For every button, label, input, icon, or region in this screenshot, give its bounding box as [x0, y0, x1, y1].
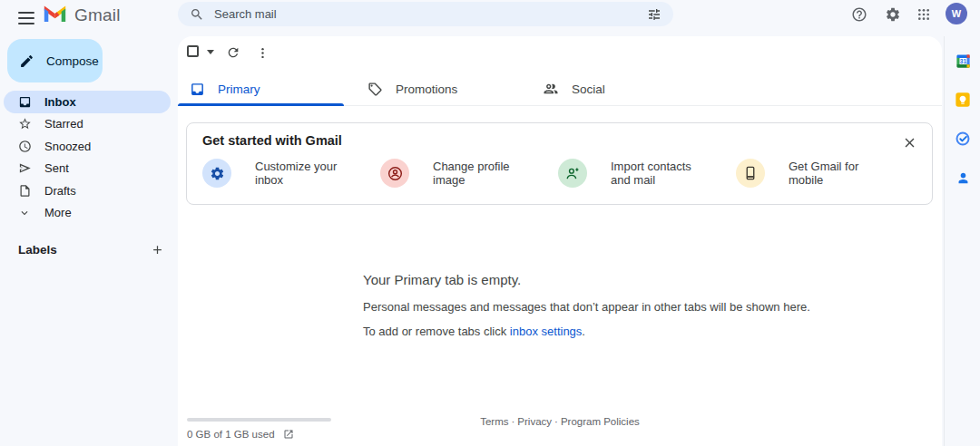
- google-apps-grid-icon[interactable]: [912, 3, 936, 26]
- mailbox-nav: Inbox Starred Snoozed Sent Drafts: [4, 91, 171, 224]
- draft-icon: [18, 184, 32, 198]
- change-profile-item[interactable]: Change profile image: [380, 159, 558, 188]
- import-contacts-item[interactable]: Import contacts and mail: [558, 159, 736, 188]
- list-toolbar: [178, 36, 942, 73]
- close-icon[interactable]: [897, 131, 921, 154]
- calendar-icon[interactable]: 31: [954, 52, 972, 70]
- labels-section: Labels: [4, 238, 171, 261]
- profile-icon: [380, 159, 409, 188]
- labels-header: Labels: [18, 243, 57, 257]
- program-policies-link[interactable]: Program Policies: [561, 416, 640, 427]
- search-bar: [178, 2, 673, 26]
- chevron-down-icon: [18, 206, 32, 219]
- create-label-plus-icon[interactable]: [145, 238, 169, 261]
- sidebar-item-inbox[interactable]: Inbox: [4, 91, 171, 113]
- card-items: Customize your inbox Change profile imag…: [202, 159, 914, 188]
- clock-icon: [18, 140, 32, 153]
- sidebar-item-sent[interactable]: Sent: [4, 158, 171, 180]
- get-mobile-item[interactable]: Get Gmail for mobile: [736, 159, 914, 188]
- search-input[interactable]: [214, 7, 647, 21]
- main-menu-button[interactable]: [13, 5, 40, 31]
- tab-primary[interactable]: Primary: [178, 73, 344, 105]
- empty-state-action: To add or remove tabs click inbox settin…: [363, 325, 810, 338]
- gmail-logo[interactable]: Gmail: [43, 4, 121, 26]
- select-all-control[interactable]: [187, 45, 214, 57]
- storage-usage-text: 0 GB of 1 GB used: [187, 429, 275, 440]
- refresh-icon[interactable]: [221, 41, 245, 64]
- sidebar-item-snoozed[interactable]: Snoozed: [4, 135, 171, 158]
- mail-list-panel: Primary Promotions Social Get started wi…: [178, 36, 942, 446]
- terms-link[interactable]: Terms: [480, 416, 508, 427]
- select-dropdown-caret-icon[interactable]: [207, 50, 214, 54]
- hamburger-icon: [18, 12, 34, 14]
- tab-social[interactable]: Social: [510, 73, 676, 105]
- account-avatar[interactable]: W: [946, 3, 967, 24]
- app-header: Gmail W: [0, 0, 980, 36]
- tag-icon: [368, 82, 383, 97]
- tab-promotions[interactable]: Promotions: [344, 73, 510, 105]
- search-icon[interactable]: [190, 7, 204, 22]
- empty-state-title: Your Primary tab is empty.: [363, 272, 810, 287]
- inbox-settings-link[interactable]: inbox settings: [510, 325, 583, 338]
- empty-state: Your Primary tab is empty. Personal mess…: [363, 272, 810, 338]
- sidebar-item-drafts[interactable]: Drafts: [4, 179, 171, 202]
- svg-text:31: 31: [959, 57, 966, 63]
- customize-inbox-item[interactable]: Customize your inbox: [202, 159, 380, 188]
- footer-links: Terms·Privacy·Program Policies: [178, 416, 942, 427]
- card-title: Get started with Gmail: [202, 133, 342, 148]
- tasks-icon[interactable]: [954, 130, 972, 148]
- compose-button[interactable]: Compose: [7, 39, 103, 82]
- star-icon: [18, 117, 32, 131]
- contacts-icon[interactable]: [954, 169, 972, 187]
- help-icon[interactable]: [848, 3, 871, 26]
- keep-icon[interactable]: [954, 91, 972, 109]
- sidebar-item-more[interactable]: More: [4, 202, 171, 225]
- gmail-m-icon: [43, 4, 67, 26]
- empty-state-description: Personal messages and messages that don’…: [363, 300, 810, 314]
- people-icon: [543, 81, 559, 97]
- settings-gear-icon[interactable]: [881, 3, 905, 26]
- side-panel-rail: 31: [944, 36, 980, 446]
- select-checkbox[interactable]: [187, 45, 199, 57]
- pencil-icon: [19, 53, 34, 69]
- gear-icon: [202, 159, 231, 188]
- left-sidebar: Compose Inbox Starred Snoozed Sent: [0, 36, 178, 446]
- send-icon: [18, 161, 32, 175]
- person-add-icon: [558, 159, 587, 188]
- inbox-tabs: Primary Promotions Social: [178, 73, 942, 106]
- sidebar-item-starred[interactable]: Starred: [4, 113, 171, 136]
- search-filter-icon[interactable]: [647, 7, 662, 22]
- open-in-new-icon[interactable]: [283, 429, 294, 440]
- privacy-link[interactable]: Privacy: [517, 416, 552, 427]
- gmail-wordmark: Gmail: [74, 5, 121, 25]
- get-started-card: Get started with Gmail Customize your in…: [186, 122, 933, 205]
- smartphone-icon: [736, 159, 765, 188]
- inbox-tab-icon: [190, 82, 205, 97]
- more-options-icon[interactable]: [250, 41, 274, 64]
- inbox-icon: [18, 95, 32, 109]
